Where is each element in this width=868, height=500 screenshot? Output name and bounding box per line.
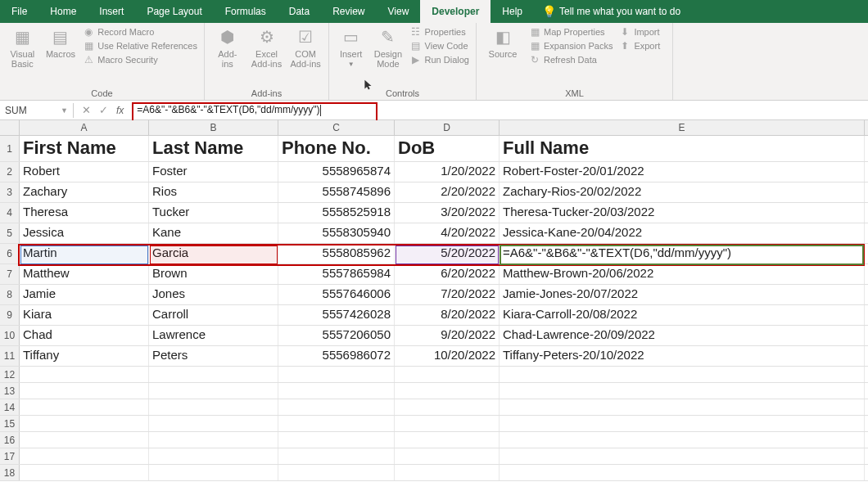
cell-D18[interactable]	[395, 465, 500, 480]
cell-E12[interactable]	[500, 367, 865, 382]
cell-B3[interactable]: Rios	[149, 182, 278, 202]
cell-C9[interactable]: 5557426028	[278, 305, 395, 325]
row-header-12[interactable]: 12	[0, 367, 20, 382]
cell-B6[interactable]: Garcia	[149, 244, 278, 264]
cell-A14[interactable]	[20, 399, 149, 415]
row-header-2[interactable]: 2	[0, 162, 20, 182]
cell-B12[interactable]	[149, 367, 278, 382]
cell-E14[interactable]	[500, 399, 865, 415]
cell-D2[interactable]: 1/20/2022	[395, 162, 500, 182]
cell-E16[interactable]	[500, 432, 865, 448]
row-header-17[interactable]: 17	[0, 448, 20, 464]
col-header-C[interactable]: C	[278, 120, 395, 135]
cell-D3[interactable]: 2/20/2022	[395, 182, 500, 202]
map-properties-button[interactable]: ▦Map Properties	[529, 26, 613, 38]
cell-E4[interactable]: Theresa-Tucker-20/03/2022	[500, 203, 865, 223]
tab-data[interactable]: Data	[278, 0, 321, 23]
excel-addins-button[interactable]: ⚙Excel Add-ins	[251, 26, 283, 87]
cell-E18[interactable]	[500, 465, 865, 480]
cell-E6[interactable]: =A6&"-"&B6&"-"&TEXT(D6,"dd/mm/yyyy")	[500, 244, 865, 264]
tab-formulas[interactable]: Formulas	[214, 0, 278, 23]
xml-import-button[interactable]: ⬇Import	[619, 26, 660, 38]
visual-basic-button[interactable]: ▦ Visual Basic	[7, 26, 38, 87]
cell-D17[interactable]	[395, 448, 500, 464]
cell-D9[interactable]: 8/20/2022	[395, 305, 500, 325]
cell-B15[interactable]	[149, 416, 278, 431]
cell-A3[interactable]: Zachary	[20, 182, 149, 202]
tab-insert[interactable]: Insert	[88, 0, 135, 23]
cell-E15[interactable]	[500, 416, 865, 431]
cell-D13[interactable]	[395, 383, 500, 399]
cell-A17[interactable]	[20, 448, 149, 464]
select-all-corner[interactable]	[0, 120, 20, 135]
cell-D7[interactable]: 6/20/2022	[395, 264, 500, 284]
cell-B2[interactable]: Foster	[149, 162, 278, 182]
com-addins-button[interactable]: ☑COM Add-ins	[289, 26, 322, 87]
xml-source-button[interactable]: ◧Source	[483, 26, 522, 87]
record-macro-button[interactable]: ◉Record Macro	[83, 26, 197, 38]
insert-control-button[interactable]: ▭Insert▼	[336, 26, 366, 87]
cell-D8[interactable]: 7/20/2022	[395, 285, 500, 304]
cell-E5[interactable]: Jessica-Kane-20/04/2022	[500, 223, 865, 243]
cell-A8[interactable]: Jamie	[20, 285, 149, 304]
col-header-A[interactable]: A	[20, 120, 149, 135]
cell-A13[interactable]	[20, 383, 149, 399]
cell-B7[interactable]: Brown	[149, 264, 278, 284]
tab-developer[interactable]: Developer	[420, 0, 491, 23]
view-code-button[interactable]: ▤View Code	[410, 40, 469, 52]
cell-A6[interactable]: Martin	[20, 244, 149, 264]
row-header-13[interactable]: 13	[0, 383, 20, 399]
cell-D4[interactable]: 3/20/2022	[395, 203, 500, 223]
cell-E13[interactable]	[500, 383, 865, 399]
cell-C11[interactable]: 5556986072	[278, 346, 395, 366]
cell-C6[interactable]: 5558085962	[278, 244, 395, 264]
col-header-D[interactable]: D	[395, 120, 500, 135]
row-header-10[interactable]: 10	[0, 326, 20, 345]
cell-A12[interactable]	[20, 367, 149, 382]
cell-C12[interactable]	[278, 367, 395, 382]
cell-D12[interactable]	[395, 367, 500, 382]
cell-E2[interactable]: Robert-Foster-20/01/2022	[500, 162, 865, 182]
row-header-14[interactable]: 14	[0, 399, 20, 415]
cell-B4[interactable]: Tucker	[149, 203, 278, 223]
cell-E10[interactable]: Chad-Lawrence-20/09/2022	[500, 326, 865, 345]
addins-button[interactable]: ⬢Add- ins	[211, 26, 244, 87]
expansion-packs-button[interactable]: ▦Expansion Packs	[529, 40, 613, 52]
cell-E7[interactable]: Matthew-Brown-20/06/2022	[500, 264, 865, 284]
row-header-6[interactable]: 6	[0, 244, 20, 264]
tab-page-layout[interactable]: Page Layout	[135, 0, 213, 23]
cell-C8[interactable]: 5557646006	[278, 285, 395, 304]
xml-export-button[interactable]: ⬆Export	[619, 40, 660, 52]
properties-button[interactable]: ☷Properties	[410, 26, 469, 38]
cell-C17[interactable]	[278, 448, 395, 464]
formula-input[interactable]: =A6&"-"&B6&"-"&TEXT(D6,"dd/mm/yyyy")	[132, 102, 868, 118]
cell-B14[interactable]	[149, 399, 278, 415]
row-header-18[interactable]: 18	[0, 465, 20, 480]
cell-D15[interactable]	[395, 416, 500, 431]
name-box[interactable]: SUM ▼	[0, 103, 74, 118]
row-header-7[interactable]: 7	[0, 264, 20, 284]
cancel-formula-button[interactable]: ✕	[82, 104, 91, 116]
tab-file[interactable]: File	[0, 0, 38, 23]
run-dialog-button[interactable]: ▶Run Dialog	[410, 54, 469, 65]
cell-B13[interactable]	[149, 383, 278, 399]
cell-B8[interactable]: Jones	[149, 285, 278, 304]
cell-D11[interactable]: 10/20/2022	[395, 346, 500, 366]
cell-D5[interactable]: 4/20/2022	[395, 223, 500, 243]
cell-B1[interactable]: Last Name	[149, 136, 278, 161]
cell-C10[interactable]: 5557206050	[278, 326, 395, 345]
cell-B18[interactable]	[149, 465, 278, 480]
cell-D14[interactable]	[395, 399, 500, 415]
design-mode-button[interactable]: ✎Design Mode	[373, 26, 403, 87]
cell-C2[interactable]: 5558965874	[278, 162, 395, 182]
cell-C18[interactable]	[278, 465, 395, 480]
cell-A4[interactable]: Theresa	[20, 203, 149, 223]
col-header-B[interactable]: B	[149, 120, 278, 135]
cell-A9[interactable]: Kiara	[20, 305, 149, 325]
tab-review[interactable]: Review	[321, 0, 376, 23]
cell-C16[interactable]	[278, 432, 395, 448]
cell-E17[interactable]	[500, 448, 865, 464]
col-header-E[interactable]: E	[500, 120, 865, 135]
row-header-8[interactable]: 8	[0, 285, 20, 304]
cell-C1[interactable]: Phone No.	[278, 136, 395, 161]
